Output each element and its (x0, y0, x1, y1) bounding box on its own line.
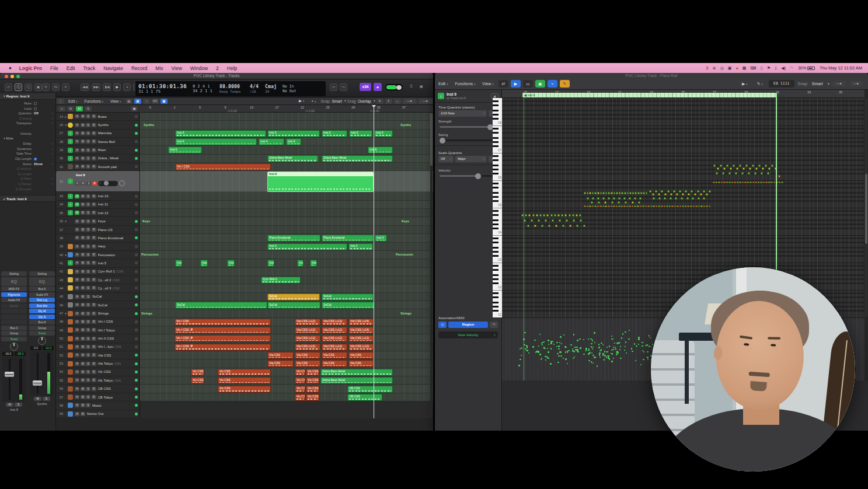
track-header-vla-tokyo[interactable]: 53HMSRVla Tokyo| Ch1 (56, 359, 140, 368)
midi-note[interactable] (618, 197, 621, 200)
mute-button[interactable]: M (81, 303, 85, 307)
midi-note[interactable] (664, 205, 666, 207)
midi-note[interactable] (748, 172, 750, 174)
strip-slot[interactable]: Bus 5 (29, 287, 55, 291)
midi-note[interactable] (552, 219, 554, 222)
record-enable-button[interactable]: R (92, 123, 96, 127)
velocity-dot[interactable] (563, 358, 564, 359)
midi-note[interactable] (765, 165, 767, 167)
solo-button[interactable]: S (86, 312, 90, 316)
track-header-socal[interactable]: 46HMSRSoCal (56, 301, 140, 309)
midi-note[interactable] (721, 181, 723, 183)
black-key[interactable] (493, 214, 499, 216)
velocity-dot[interactable] (613, 358, 614, 359)
track-header-zebra-metal[interactable]: 30♪HMSRZebra...Metal (56, 155, 140, 163)
mute-button[interactable]: M (81, 123, 85, 127)
midi-note[interactable] (640, 205, 642, 207)
velocity-dot[interactable] (601, 343, 602, 344)
velocity-dot[interactable] (520, 359, 521, 360)
midi-note[interactable] (758, 181, 760, 183)
velocity-dot[interactable] (556, 342, 557, 343)
velocity-dot[interactable] (634, 343, 635, 344)
midi-note[interactable] (661, 190, 663, 193)
record-enable-button[interactable]: R (92, 253, 96, 257)
midi-note[interactable] (675, 197, 677, 200)
fader-thumb[interactable] (5, 372, 14, 377)
track-header-piano-emotional[interactable]: 38HMSRPiano Emotional (56, 234, 140, 242)
track-header-vla-css[interactable]: 52HMSRVla CSS (56, 351, 140, 359)
velocity-dot[interactable] (622, 333, 623, 334)
midi-note[interactable] (760, 181, 762, 183)
hide-button[interactable]: H (75, 181, 79, 186)
strip-automation-mode[interactable]: Read (1, 337, 27, 341)
automation-power-button[interactable]: ◎ (438, 322, 447, 328)
stepper-icon[interactable]: ↕ (52, 176, 54, 181)
record-enable-button[interactable]: R (92, 387, 96, 391)
menubar-item-window[interactable]: Window (186, 65, 212, 71)
black-key[interactable] (493, 200, 499, 202)
grid-view-icon[interactable]: ▦ (134, 99, 141, 104)
record-enable-button[interactable]: R (92, 278, 96, 282)
velocity-dot[interactable] (588, 350, 589, 351)
region-inst[interactable]: Inst (297, 260, 304, 267)
hide-button[interactable]: H (75, 320, 79, 324)
midi-note[interactable] (755, 167, 758, 170)
scale-root-select[interactable]: Off↕ (438, 156, 454, 162)
black-key[interactable] (493, 118, 499, 120)
midi-note[interactable] (531, 219, 533, 222)
velocity-dot[interactable] (628, 338, 629, 340)
midi-note[interactable] (717, 167, 719, 170)
midi-note[interactable] (703, 205, 706, 207)
velocity-dot[interactable] (548, 340, 549, 341)
functions-menu[interactable]: Functions ▾ (81, 99, 107, 103)
hide-button[interactable]: H (75, 412, 79, 416)
velocity-dot[interactable] (604, 355, 605, 356)
velocity-dot[interactable] (650, 337, 651, 338)
velocity-dot[interactable] (589, 353, 590, 354)
black-key[interactable] (493, 137, 499, 139)
midi-note[interactable] (723, 167, 726, 170)
midi-note[interactable] (611, 205, 613, 207)
midi-note[interactable] (625, 201, 627, 204)
velocity-dot[interactable] (560, 355, 562, 357)
midi-note[interactable] (597, 205, 599, 207)
pr-zoom-slider-h[interactable]: —● (850, 81, 863, 86)
velocity-dot[interactable] (550, 343, 552, 344)
hide-button[interactable]: H (75, 270, 79, 274)
velocity-dot[interactable] (613, 347, 614, 348)
cycle-toggle[interactable] (385, 84, 403, 90)
velocity-dot[interactable] (611, 336, 612, 337)
midi-note[interactable] (652, 193, 654, 195)
midi-note[interactable] (637, 192, 640, 194)
midi-note[interactable] (604, 201, 606, 204)
midi-note[interactable] (635, 192, 637, 194)
midi-note[interactable] (642, 205, 644, 207)
region-vlc-css[interactable]: Vlc CSS (295, 386, 305, 393)
midi-note[interactable] (623, 205, 626, 207)
midi-note[interactable] (550, 214, 553, 216)
midi-note[interactable] (676, 193, 678, 195)
region-zebra-bass-metal[interactable]: Zebra Bass Metal (320, 377, 393, 384)
velocity-dot[interactable] (608, 357, 609, 358)
midi-note[interactable] (611, 192, 613, 194)
velocity-dot[interactable] (591, 352, 592, 354)
solo-button[interactable]: S (86, 244, 90, 249)
record-enable-button[interactable]: R (92, 353, 96, 357)
droplet-icon[interactable]: ⬯ (760, 63, 762, 73)
hide-button[interactable]: H (75, 148, 79, 152)
hide-button[interactable]: H (75, 165, 79, 169)
velocity-dot[interactable] (620, 346, 621, 347)
velocity-dot[interactable] (559, 351, 560, 352)
record-enable-button[interactable]: R (92, 228, 96, 232)
velocity-dot[interactable] (572, 348, 573, 350)
region-socal[interactable]: SoCal (267, 302, 320, 309)
checkbox-checked[interactable] (34, 158, 37, 160)
solo-button[interactable]: S (86, 148, 90, 152)
velocity-dot[interactable] (626, 352, 627, 354)
midi-note[interactable] (650, 205, 653, 207)
menubar-item-edit[interactable]: Edit (62, 65, 79, 71)
velocity-dot[interactable] (527, 347, 528, 348)
black-key[interactable] (493, 196, 499, 198)
velocity-dot[interactable] (538, 351, 539, 352)
midi-note[interactable] (726, 165, 728, 167)
